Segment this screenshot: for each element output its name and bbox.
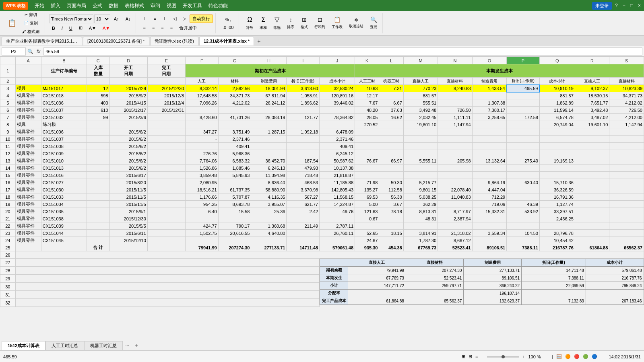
r25-M[interactable]: 67769.73	[403, 244, 438, 251]
r9-K[interactable]	[355, 128, 379, 136]
r22-G[interactable]: 790.17	[218, 222, 251, 230]
col-header-R[interactable]: R	[575, 57, 609, 64]
r24-D[interactable]: 2015/12/10	[109, 237, 147, 244]
r13-K[interactable]: 76.67	[355, 157, 379, 165]
r10-M[interactable]	[403, 136, 438, 143]
r15-M[interactable]	[403, 172, 438, 179]
r25-A[interactable]	[15, 244, 41, 251]
r22-H[interactable]: 1,360.68	[251, 222, 287, 230]
r5-G[interactable]: 4,212.02	[218, 99, 251, 107]
r13-Q[interactable]: 19,169.13	[539, 157, 575, 165]
r13-J[interactable]: 50,987.62	[320, 157, 355, 165]
r21-Q[interactable]: 2,436.25	[539, 215, 575, 222]
r16-E[interactable]	[147, 179, 185, 186]
r21-J[interactable]	[320, 215, 355, 222]
r24-I[interactable]	[287, 237, 320, 244]
r21-A[interactable]: 模具零件	[15, 215, 41, 222]
r14-C[interactable]	[87, 165, 109, 172]
r5-I[interactable]: 1,896.62	[287, 99, 320, 107]
r21-F[interactable]	[186, 215, 219, 222]
r22-B[interactable]: CX151039	[41, 222, 87, 230]
r18-K[interactable]: 69.53	[355, 193, 379, 201]
col-header-E[interactable]: E	[147, 57, 185, 64]
r3-P[interactable]: 465.59	[507, 85, 540, 92]
r4-B[interactable]: CX151018	[41, 92, 87, 99]
r19-M[interactable]: 362.29	[403, 201, 438, 208]
r11-S[interactable]	[609, 143, 644, 150]
r19-G[interactable]: 8,693.78	[218, 201, 251, 208]
r23-A[interactable]: 模具零件	[15, 230, 41, 237]
r20-L[interactable]: 78.18	[379, 208, 403, 215]
r24-P[interactable]	[507, 237, 540, 244]
menu-charu[interactable]: 插入	[47, 2, 64, 10]
r9-B[interactable]: CX151006	[41, 128, 87, 136]
r21-R[interactable]	[575, 215, 609, 222]
r25-H[interactable]: 277133.71	[251, 244, 287, 251]
r16-R[interactable]	[575, 179, 609, 186]
clear-button[interactable]: ❄取消冻结	[346, 16, 366, 30]
r2-H[interactable]: 制造费用	[251, 78, 287, 85]
r4-G[interactable]: 34,371.73	[218, 92, 251, 99]
r25-K[interactable]: 935.30	[355, 244, 379, 251]
col-header-K[interactable]: K	[355, 57, 379, 64]
r1-E[interactable]: 完工日期	[147, 64, 185, 78]
r11-R[interactable]	[575, 143, 609, 150]
r23-I[interactable]	[287, 230, 320, 237]
r22-C[interactable]	[87, 222, 109, 230]
r7-A[interactable]: 模具零件	[15, 114, 41, 121]
r6-J[interactable]	[320, 107, 355, 114]
r21-M[interactable]: 48.31	[403, 215, 438, 222]
r16-J[interactable]: 11,185.88	[320, 179, 355, 186]
r13-H[interactable]: 36,452.70	[251, 157, 287, 165]
r3-R[interactable]: 9,102.37	[575, 85, 609, 92]
r15-N[interactable]	[438, 172, 472, 179]
r17-J[interactable]: 142,805.43	[320, 186, 355, 193]
r12-O[interactable]	[472, 150, 506, 157]
sum-button[interactable]: Σ求和	[257, 15, 270, 32]
r16-S[interactable]	[609, 179, 644, 186]
r22-I[interactable]: 211.49	[287, 222, 320, 230]
r8-I[interactable]	[287, 121, 320, 128]
col-header-J[interactable]: J	[320, 57, 355, 64]
r10-L[interactable]	[379, 136, 403, 143]
r24-L[interactable]	[379, 237, 403, 244]
r4-A[interactable]: 模具零件	[15, 92, 41, 99]
r22-K[interactable]	[355, 222, 379, 230]
col-header-A[interactable]: A	[15, 57, 41, 64]
r19-D[interactable]: 2015/11/5	[109, 201, 147, 208]
r13-R[interactable]	[575, 157, 609, 165]
maximize-button[interactable]: □	[630, 3, 633, 8]
auto-wrap-button[interactable]: 自动换行	[190, 14, 213, 23]
r1-C[interactable]: 入库数量	[87, 64, 109, 78]
r3-G[interactable]: 2,582.56	[218, 85, 251, 92]
r6-I[interactable]	[287, 107, 320, 114]
r20-B[interactable]: CX151035	[41, 208, 87, 215]
r10-P[interactable]	[507, 136, 540, 143]
view-read-icon[interactable]: ≡	[475, 354, 478, 359]
r6-E[interactable]: 2015/12/31	[147, 107, 185, 114]
r10-K[interactable]	[355, 136, 379, 143]
r11-Q[interactable]	[539, 143, 575, 150]
r10-E[interactable]	[147, 136, 185, 143]
r4-P[interactable]	[507, 92, 540, 99]
r6-H[interactable]	[251, 107, 287, 114]
r18-C[interactable]	[87, 193, 109, 201]
r6-P[interactable]	[507, 107, 540, 114]
taskbar-start[interactable]: 🪟	[556, 354, 562, 359]
r7-G[interactable]: 41,731.26	[218, 114, 251, 121]
r10-N[interactable]	[438, 136, 472, 143]
r1-B[interactable]: 生产订单编号	[41, 64, 87, 78]
r10-Q[interactable]	[539, 136, 575, 143]
r17-H[interactable]: 58,880.90	[251, 186, 287, 193]
border-button[interactable]: ⊞	[76, 24, 85, 32]
r16-O[interactable]: 9,864.19	[472, 179, 506, 186]
r22-D[interactable]: 2015/5/5	[109, 222, 147, 230]
r12-F[interactable]: 276.76	[186, 150, 219, 157]
r18-L[interactable]: 56.30	[379, 193, 403, 201]
r13-L[interactable]: 66.97	[379, 157, 403, 165]
r6-Q[interactable]: 11,599.14	[539, 107, 575, 114]
r8-C[interactable]	[87, 121, 109, 128]
r4-I[interactable]: 1,058.91	[287, 92, 320, 99]
col-header-H[interactable]: H	[251, 57, 287, 64]
menu-kaishi[interactable]: 开始	[31, 2, 47, 10]
